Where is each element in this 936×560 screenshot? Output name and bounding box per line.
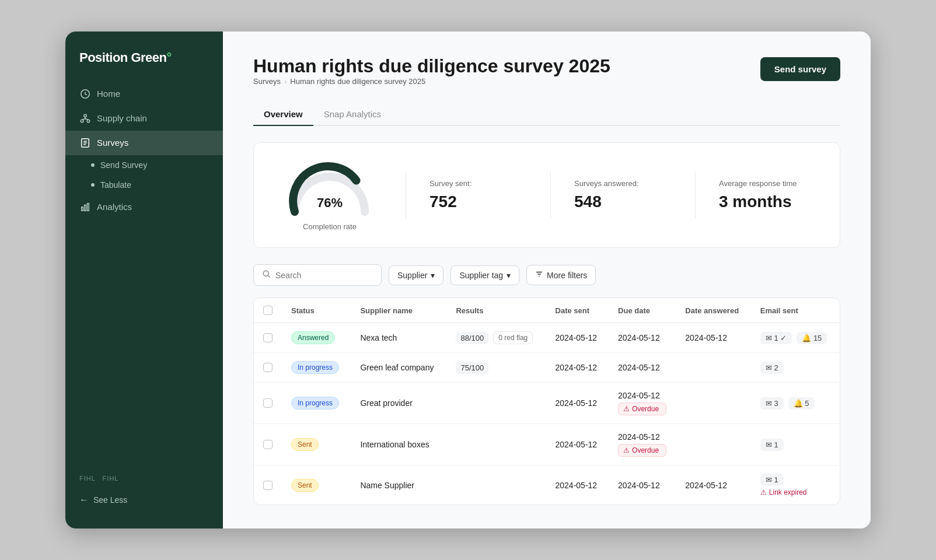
sidebar-subitem-tabulate[interactable]: Tabulate	[65, 175, 223, 195]
col-date-answered: Date answered	[676, 298, 750, 323]
search-input[interactable]	[275, 271, 373, 280]
svg-point-2	[81, 120, 83, 123]
sub-dot	[91, 163, 95, 167]
sidebar-item-home[interactable]: Home	[65, 82, 223, 106]
col-email-sent: Email sent	[751, 298, 840, 323]
sidebar-item-analytics[interactable]: Analytics	[65, 195, 223, 219]
supply-chain-icon	[79, 113, 91, 124]
svg-point-1	[84, 114, 87, 117]
row-checkbox-cell	[254, 466, 282, 505]
email-badge: ✉ 3	[760, 397, 784, 410]
table-row: AnsweredNexa tech88/1000 red flag2024-05…	[254, 323, 840, 353]
date-sent-cell: 2024-05-12	[546, 353, 609, 383]
arrow-left-icon: ←	[79, 495, 89, 505]
status-cell: Sent	[282, 424, 351, 466]
supplier-name-cell: Nexa tech	[351, 323, 446, 353]
due-date-value: 2024-05-12	[618, 481, 666, 490]
date-answered-cell: 2024-05-12	[676, 323, 750, 353]
avg-response-value: 3 months	[719, 192, 791, 211]
col-results: Results	[446, 298, 546, 323]
tabs: Overview Snap Analytics	[253, 103, 840, 126]
breadcrumb-parent: Surveys	[253, 77, 281, 86]
notif-badge: 🔔 5	[788, 397, 815, 410]
sidebar: Position Green° Home Supply chain	[65, 32, 223, 528]
search-box[interactable]	[253, 264, 382, 286]
score-badge: 88/100	[456, 332, 488, 344]
logo-dot: °	[166, 50, 171, 65]
tab-overview[interactable]: Overview	[253, 103, 313, 126]
status-badge: Answered	[291, 331, 335, 344]
row-checkbox-0[interactable]	[263, 333, 273, 342]
svg-point-9	[263, 271, 268, 276]
analytics-icon	[79, 201, 91, 213]
email-sent-cell: ✉ 2	[751, 353, 840, 383]
row-checkbox-1[interactable]	[263, 363, 273, 372]
row-checkbox-cell	[254, 424, 282, 466]
avg-response-label: Average response time	[719, 179, 797, 188]
surveys-answered-label: Surveys answered:	[574, 179, 639, 188]
supplier-tag-filter-button[interactable]: Supplier tag ▾	[450, 265, 519, 285]
page-header: Human rights due diligence survey 2025 S…	[253, 55, 840, 100]
sidebar-item-supply-chain-label: Supply chain	[97, 113, 147, 123]
tab-snap-analytics[interactable]: Snap Analytics	[313, 103, 392, 126]
sidebar-item-surveys[interactable]: Surveys	[65, 131, 223, 155]
table-header-row: Status Supplier name Results Date sent D…	[254, 298, 840, 323]
sidebar-item-supply-chain[interactable]: Supply chain	[65, 106, 223, 131]
supplier-tag-filter-label: Supplier tag	[459, 271, 503, 280]
row-checkbox-3[interactable]	[263, 440, 273, 449]
due-date-cell: 2024-05-12⚠ Overdue	[609, 424, 676, 466]
date-answered-cell	[676, 353, 750, 383]
sub-dot-2	[91, 183, 95, 187]
supplier-name-cell: Name Supplier	[351, 466, 446, 505]
app-window: Position Green° Home Supply chain	[65, 32, 871, 528]
send-survey-button[interactable]: Send survey	[760, 57, 840, 81]
email-sent-cell: ✉ 1⚠ Link expired	[751, 466, 840, 505]
home-icon	[79, 88, 91, 100]
title-section: Human rights due diligence survey 2025 S…	[253, 55, 610, 100]
due-date-cell: 2024-05-12	[609, 353, 676, 383]
status-badge: Sent	[291, 479, 319, 492]
page-title: Human rights due diligence survey 2025	[253, 55, 610, 77]
table-row: SentName Supplier2024-05-122024-05-12202…	[254, 466, 840, 505]
sidebar-subitem-send-survey[interactable]: Send Survey	[65, 155, 223, 175]
status-cell: In progress	[282, 353, 351, 383]
email-badge: ✉ 2	[760, 362, 784, 374]
overdue-badge: ⚠ Overdue	[618, 402, 666, 415]
divider-2	[550, 172, 551, 219]
row-checkbox-cell	[254, 383, 282, 424]
svg-point-3	[87, 120, 90, 123]
survey-sent-label: Survey sent:	[429, 179, 472, 188]
breadcrumb: Surveys › Human rights due diligence sur…	[253, 77, 610, 86]
row-checkbox-cell	[254, 353, 282, 383]
suppliers-table: Status Supplier name Results Date sent D…	[253, 298, 840, 505]
completion-rate-label: Completion rate	[303, 222, 357, 231]
date-answered-cell: 2024-05-12	[676, 466, 750, 505]
filter-row: Supplier ▾ Supplier tag ▾ More filters	[253, 264, 840, 286]
main-content: Human rights due diligence survey 2025 S…	[223, 32, 871, 528]
more-filters-button[interactable]: More filters	[526, 265, 596, 285]
col-supplier-name: Supplier name	[351, 298, 446, 323]
sidebar-item-surveys-label: Surveys	[97, 138, 128, 148]
email-sent-cell: ✉ 1	[751, 424, 840, 466]
results-cell: 75/100	[446, 353, 546, 383]
more-filters-label: More filters	[547, 271, 587, 280]
chevron-down-icon: ▾	[431, 271, 435, 280]
sidebar-item-home-label: Home	[97, 89, 120, 99]
email-sent-cell: ✉ 3🔔 5	[751, 383, 840, 424]
select-all-checkbox[interactable]	[263, 306, 273, 315]
row-checkbox-4[interactable]	[263, 481, 273, 490]
divider-1	[406, 172, 406, 219]
svg-rect-7	[88, 203, 89, 211]
supplier-filter-label: Supplier	[397, 271, 427, 280]
supplier-filter-button[interactable]: Supplier ▾	[389, 265, 443, 285]
see-less-button[interactable]: ← See Less	[65, 485, 223, 514]
overdue-badge: ⚠ Overdue	[618, 444, 666, 457]
warning-icon: ⚠	[623, 405, 630, 413]
survey-sent-value: 752	[429, 192, 457, 211]
row-checkbox-2[interactable]	[263, 398, 273, 408]
col-checkbox	[254, 298, 282, 323]
date-answered-cell	[676, 424, 750, 466]
warning-icon-2: ⚠	[760, 488, 767, 496]
status-badge: In progress	[291, 361, 339, 374]
status-cell: In progress	[282, 383, 351, 424]
